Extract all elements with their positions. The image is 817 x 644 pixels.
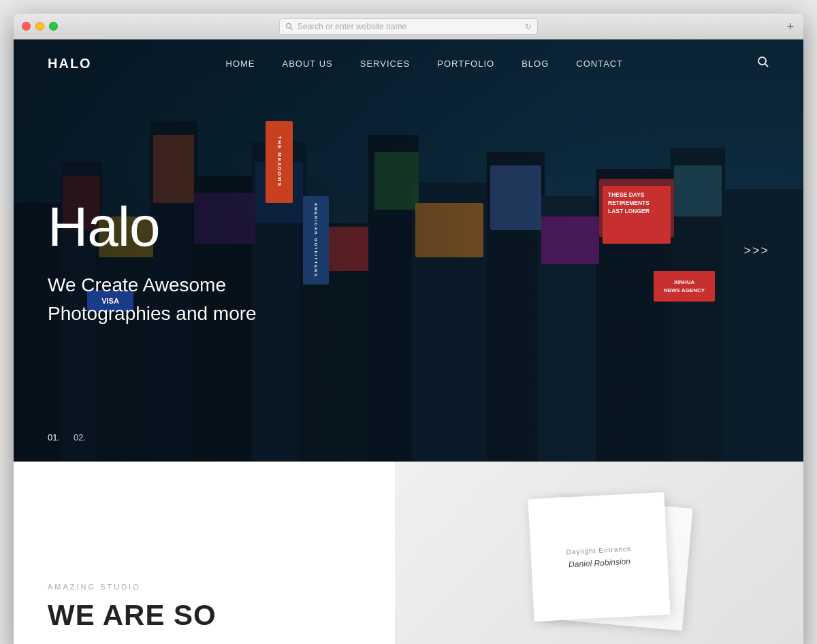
below-hero-right: Daylight Entrance Daniel Robinsion [395, 462, 803, 644]
nav-link-home[interactable]: HOME [226, 59, 255, 69]
hero-title: Halo [48, 199, 257, 255]
address-placeholder: Search or enter website name [298, 22, 406, 31]
nav-item-blog[interactable]: BLOG [522, 57, 549, 69]
new-tab-button[interactable]: + [778, 14, 803, 39]
nav-link-services[interactable]: SERVICES [360, 59, 411, 69]
window-controls [22, 22, 58, 31]
nav-item-portfolio[interactable]: PORTFOLIO [437, 57, 494, 69]
book-page-front: Daylight Entrance Daniel Robinsion [528, 492, 670, 622]
meadows-sign: THE MEADOWS [266, 121, 293, 203]
retirement-sign: THESE DAYS RETIREMENTS LAST LONGER [603, 186, 671, 244]
nav-item-contact[interactable]: CONTACT [576, 57, 623, 69]
nav-item-home[interactable]: HOME [226, 57, 255, 69]
hero-next-arrow[interactable]: >>> [743, 244, 769, 258]
website-content: VISA THESE DAYS RETIREMENTS LAST LONGER … [14, 39, 803, 644]
amazing-label: AMAZING STUDIO [48, 583, 361, 591]
svg-line-3 [765, 64, 768, 67]
browser-titlebar: Search or enter website name ↻ + [14, 14, 803, 39]
browser-window: Search or enter website name ↻ + [14, 14, 803, 644]
slide-indicator-2[interactable]: 02. [74, 432, 86, 442]
nav-link-portfolio[interactable]: PORTFOLIO [437, 59, 494, 69]
american-sign: AMERICAN OUTFITTERS [303, 196, 329, 285]
search-icon [285, 22, 293, 31]
maximize-button[interactable] [49, 22, 58, 31]
nav-search-icon[interactable] [757, 56, 769, 71]
slide-indicator-1[interactable]: 01. [48, 432, 60, 442]
retirement-text: THESE DAYS RETIREMENTS LAST LONGER [608, 191, 665, 216]
slide-indicators: 01. 02. [48, 432, 86, 442]
svg-point-2 [758, 57, 766, 65]
minimize-button[interactable] [35, 22, 44, 31]
nav-link-about[interactable]: ABOUT US [283, 59, 333, 69]
nav-logo[interactable]: HALO [48, 56, 92, 71]
hero-subtitle: We Create Awesome Photographies and more [48, 271, 257, 328]
xinhua-sign: XINHUA NEWS AGENCY [654, 271, 715, 302]
address-bar[interactable]: Search or enter website name ↻ [279, 18, 538, 35]
book-label: Daylight Entrance [566, 545, 631, 556]
navbar: HALO HOME ABOUT US SERVICES PORTFOLIO BL… [14, 39, 803, 87]
nav-item-about[interactable]: ABOUT US [283, 57, 333, 69]
hero-content: Halo We Create Awesome Photographies and… [48, 199, 257, 328]
xinhua-text: XINHUA NEWS AGENCY [664, 278, 705, 293]
nav-links: HOME ABOUT US SERVICES PORTFOLIO BLOG CO… [226, 57, 624, 69]
book-author: Daniel Robinsion [568, 556, 630, 569]
nav-link-contact[interactable]: CONTACT [576, 59, 623, 69]
svg-point-0 [287, 23, 291, 28]
close-button[interactable] [22, 22, 31, 31]
below-hero-left: AMAZING STUDIO WE ARE SO [14, 542, 395, 644]
nav-link-blog[interactable]: BLOG [522, 59, 549, 69]
we-are-heading: WE ARE SO [48, 599, 361, 632]
svg-line-1 [291, 27, 293, 29]
hero-section: VISA THESE DAYS RETIREMENTS LAST LONGER … [14, 39, 803, 462]
book-mockup: Daylight Entrance Daniel Robinsion [511, 489, 688, 625]
below-hero-section: AMAZING STUDIO WE ARE SO Daylight Entran… [14, 462, 803, 644]
nav-item-services[interactable]: SERVICES [360, 57, 411, 69]
